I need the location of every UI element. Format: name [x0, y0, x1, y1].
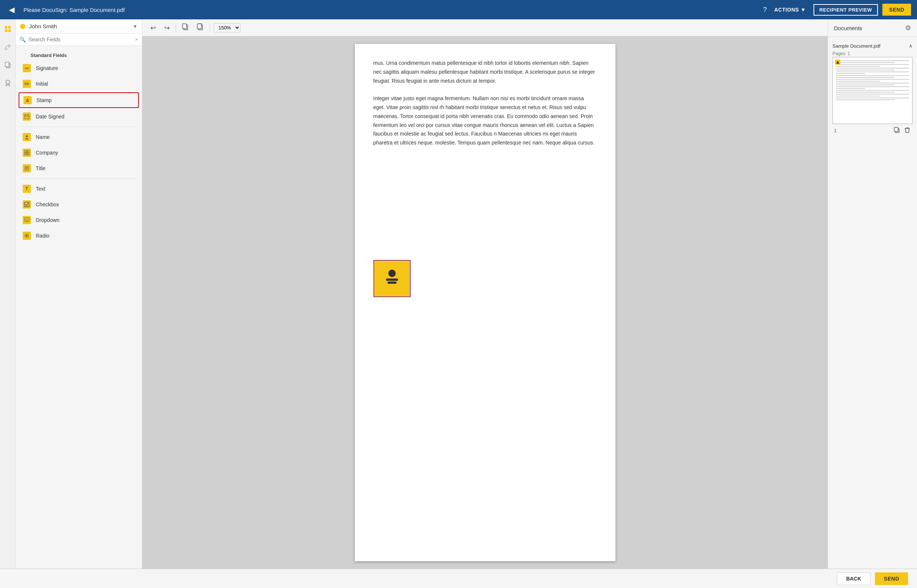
zoom-selector[interactable]: 150% 100% 75% 50%: [214, 23, 241, 32]
gear-icon[interactable]: ⚙: [905, 24, 911, 32]
doc-thumb-actions: [893, 126, 911, 135]
back-bottom-button[interactable]: BACK: [837, 572, 870, 585]
svg-rect-34: [386, 279, 398, 281]
svg-marker-36: [836, 61, 839, 64]
field-item-text[interactable]: T Text: [16, 181, 142, 197]
svg-rect-31: [197, 24, 202, 29]
field-item-stamp[interactable]: Stamp: [19, 92, 139, 108]
expand-icon[interactable]: ∧: [909, 43, 912, 49]
svg-rect-29: [182, 24, 187, 29]
thumb-line: [836, 81, 880, 82]
field-item-date-signed[interactable]: Date Signed: [16, 109, 142, 124]
doc-toolbar: ↩ ↪ 150% 100% 75% 50%: [142, 19, 828, 37]
back-button[interactable]: ◀: [6, 4, 18, 16]
stamp-on-document[interactable]: [373, 260, 411, 297]
svg-rect-35: [387, 281, 397, 284]
send-bottom-button[interactable]: SEND: [875, 572, 908, 585]
svg-rect-2: [5, 29, 8, 32]
thumb-line: [836, 62, 894, 63]
fields-tab-icon[interactable]: [2, 23, 14, 35]
svg-point-8: [27, 99, 28, 100]
doc-thumbnail[interactable]: [833, 57, 912, 124]
help-icon[interactable]: ?: [763, 6, 767, 14]
svg-point-33: [388, 270, 396, 277]
thumb-line: [836, 99, 894, 100]
field-item-dropdown[interactable]: Dropdown: [16, 212, 142, 228]
recipient-selector[interactable]: John Smith ▼: [16, 19, 142, 34]
svg-rect-0: [5, 26, 8, 29]
thumb-line: [836, 86, 909, 87]
svg-rect-16: [24, 150, 26, 152]
recipient-name: John Smith: [29, 23, 133, 29]
thumb-line: [836, 96, 880, 97]
field-item-initial[interactable]: DS Initial: [16, 76, 142, 92]
redo-button[interactable]: ↪: [162, 23, 172, 33]
fields-container: Standard Fields Signature DS Initial: [16, 46, 142, 569]
doc-thumb-lines: [833, 57, 912, 104]
field-item-checkbox[interactable]: Checkbox: [16, 197, 142, 212]
thumb-line: [836, 71, 909, 72]
field-item-signature[interactable]: Signature: [16, 60, 142, 76]
documents-title: Documents: [834, 25, 862, 31]
search-input[interactable]: [29, 37, 135, 42]
field-label-radio: Radio: [36, 233, 50, 239]
svg-rect-1: [8, 26, 11, 29]
doc-copy-button[interactable]: [893, 126, 901, 135]
stamp-placeholder-icon: [381, 266, 403, 292]
thumb-line: [836, 90, 909, 91]
thumb-line: [836, 77, 894, 78]
award-tab-icon[interactable]: [2, 77, 14, 89]
toolbar-sep-1: [176, 23, 176, 32]
clear-search-button[interactable]: ×: [135, 37, 138, 42]
main-layout: John Smith ▼ 🔍 × Standard Fields Signatu…: [0, 19, 917, 569]
toolbar-sep-2: [210, 23, 210, 32]
send-top-button[interactable]: SEND: [882, 4, 911, 16]
recipient-preview-button[interactable]: RECIPIENT PREVIEW: [814, 4, 878, 16]
pen-tab-icon[interactable]: [2, 41, 14, 53]
doc-delete-button[interactable]: [904, 126, 911, 135]
right-panel: Documents ⚙ Sample Document.pdf ∧ Pages:…: [828, 19, 917, 569]
svg-point-7: [6, 80, 10, 84]
name-icon: [22, 132, 32, 142]
actions-button[interactable]: ACTIONS ▼: [774, 7, 806, 13]
standard-fields-label: Standard Fields: [16, 50, 142, 60]
document-title: Please DocuSign: Sample Document.pdf: [23, 7, 763, 13]
field-label-title: Title: [36, 165, 45, 171]
top-header: ◀ Please DocuSign: Sample Document.pdf ?…: [0, 0, 917, 19]
thumb-line: [836, 73, 865, 74]
svg-rect-9: [26, 100, 29, 101]
svg-rect-17: [27, 150, 29, 152]
undo-button[interactable]: ↩: [148, 23, 158, 33]
date-signed-icon: [22, 112, 32, 121]
field-label-initial: Initial: [36, 81, 48, 87]
copy-button[interactable]: [180, 23, 191, 33]
field-label-company: Company: [36, 150, 58, 156]
svg-rect-24: [24, 202, 29, 207]
svg-rect-19: [27, 153, 29, 155]
thumb-line: [836, 69, 894, 70]
doc-entry-header: Sample Document.pdf ∧: [833, 41, 912, 50]
copy-tab-icon[interactable]: [2, 59, 14, 71]
field-item-title[interactable]: Title: [16, 160, 142, 176]
field-item-company[interactable]: Company: [16, 145, 142, 160]
doc-entry: Sample Document.pdf ∧ Pages: 1: [833, 41, 912, 135]
field-label-text: Text: [36, 186, 45, 192]
field-item-name[interactable]: Name: [16, 129, 142, 145]
field-label-name: Name: [36, 134, 50, 140]
thumb-line: [836, 60, 909, 61]
thumb-line: [836, 88, 865, 89]
field-item-radio[interactable]: Radio: [16, 228, 142, 244]
doc-scroll[interactable]: mus. Urna condimentum matus pellentesque…: [142, 37, 828, 569]
title-icon: [22, 164, 32, 173]
svg-rect-18: [24, 153, 26, 155]
field-label-date-signed: Date Signed: [36, 113, 65, 120]
thumb-line: [836, 66, 880, 67]
svg-rect-6: [5, 62, 9, 67]
radio-icon: [22, 231, 32, 240]
checkbox-icon: [22, 200, 32, 209]
doc-thumb-page-num: 1: [834, 128, 836, 133]
doc-thumb-badge: [835, 60, 840, 65]
search-bar: 🔍 ×: [16, 34, 142, 46]
doc-page: mus. Urna condimentum matus pellentesque…: [355, 44, 615, 561]
paste-button[interactable]: [195, 23, 206, 33]
